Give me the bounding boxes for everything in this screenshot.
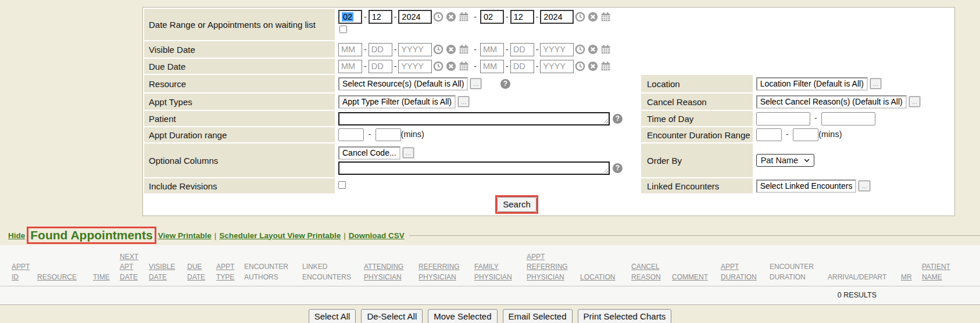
calendar-icon[interactable] — [459, 61, 469, 71]
scheduler-layout-view-printable-link[interactable]: Scheduler Layout View Printable — [219, 231, 341, 240]
column-header[interactable]: APPT ID — [12, 262, 37, 282]
appt-duration-to-input[interactable] — [375, 128, 401, 141]
calendar-icon[interactable] — [459, 12, 469, 22]
column-header[interactable]: NEXT APT DATE — [120, 252, 149, 282]
optional-columns-select[interactable]: Cancel Code... — [338, 146, 400, 160]
action-button[interactable]: Move Selected — [428, 309, 497, 323]
visible-from-day-input[interactable]: DD — [369, 43, 392, 56]
view-printable-link[interactable]: View Printable — [158, 231, 212, 240]
search-button[interactable]: Search — [497, 197, 537, 212]
clock-icon[interactable] — [575, 12, 585, 22]
calendar-icon[interactable] — [600, 44, 611, 55]
column-header[interactable]: REFERRING PHYSICIAN — [419, 262, 474, 282]
clock-icon[interactable] — [575, 61, 585, 71]
visible-to-day-input[interactable]: DD — [510, 43, 534, 56]
encounter-duration-from-input[interactable] — [756, 128, 782, 141]
date-to-day-input[interactable]: 12 — [510, 10, 534, 24]
column-header[interactable]: LOCATION — [580, 272, 631, 282]
encounter-duration-separator: - — [786, 130, 789, 139]
appt-types-label: Appt Types — [149, 97, 192, 107]
results-grid: APPT ID RESOURCE TIME NEXT APT DATE VISI… — [0, 245, 980, 305]
date-to-year-input[interactable]: 2024 — [540, 10, 574, 24]
help-icon[interactable]: ? — [500, 79, 510, 89]
appt-type-more-button[interactable]: ... — [458, 96, 469, 107]
column-header[interactable]: ATTENDING PHYSICIAN — [364, 262, 419, 282]
date-from-day-input[interactable]: 12 — [369, 10, 392, 24]
clear-icon[interactable] — [588, 44, 598, 55]
resource-filter-select[interactable]: Select Resource(s) (Default is All) — [338, 77, 468, 91]
due-from-month-input[interactable]: MM — [338, 60, 362, 73]
waiting-list-checkbox[interactable] — [339, 26, 347, 33]
linked-encounters-more-button[interactable]: ... — [859, 181, 870, 191]
optional-columns-more-button[interactable]: ... — [403, 148, 414, 158]
date-from-year-input[interactable]: 2024 — [398, 10, 432, 24]
clock-icon[interactable] — [433, 12, 443, 22]
time-of-day-from-input[interactable] — [756, 112, 810, 125]
time-of-day-to-input[interactable] — [821, 112, 875, 125]
visible-from-month-input[interactable]: MM — [338, 43, 362, 56]
location-more-button[interactable]: ... — [870, 78, 881, 89]
clear-icon[interactable] — [588, 61, 598, 71]
encounter-duration-to-input[interactable] — [793, 128, 818, 141]
calendar-icon[interactable] — [459, 44, 469, 55]
location-filter-select[interactable]: Location Filter (Default is All) — [756, 77, 868, 91]
column-header[interactable]: MR — [901, 272, 922, 282]
clear-icon[interactable] — [588, 12, 598, 22]
cancel-reason-label: Cancel Reason — [647, 97, 707, 107]
column-header[interactable]: APPT TYPE — [216, 262, 244, 282]
column-header[interactable]: COMMENT — [672, 272, 721, 282]
column-header[interactable]: FAMILY PHYSICIAN — [474, 262, 527, 282]
clock-icon[interactable] — [433, 61, 443, 71]
cancel-reason-more-button[interactable]: ... — [909, 96, 920, 107]
column-header[interactable]: RESOURCE — [37, 272, 93, 282]
action-button[interactable]: Print Selected Charts — [578, 309, 672, 323]
linked-encounters-select[interactable]: Select Linked Encounters — [756, 180, 857, 193]
date-from-month-input[interactable]: 02 — [338, 10, 362, 24]
date-part-separator: - — [536, 45, 539, 54]
visible-from-year-input[interactable]: YYYY — [398, 43, 432, 56]
help-icon[interactable]: ? — [613, 114, 623, 124]
include-revisions-checkbox[interactable] — [338, 181, 346, 189]
column-header[interactable]: TIME — [93, 272, 120, 282]
due-from-day-input[interactable]: DD — [369, 60, 392, 73]
calendar-icon[interactable] — [600, 12, 611, 22]
date-to-month-input[interactable]: 02 — [480, 10, 504, 24]
clock-icon[interactable] — [575, 44, 585, 55]
column-header[interactable]: VISIBLE DATE — [149, 262, 187, 282]
action-button[interactable]: De-Select All — [361, 309, 423, 323]
visible-to-year-input[interactable]: YYYY — [540, 43, 574, 56]
order-by-select[interactable]: Pat Name — [756, 154, 814, 167]
clear-icon[interactable] — [446, 12, 456, 22]
optional-columns-input[interactable] — [338, 162, 610, 175]
action-button[interactable]: Select All — [309, 309, 356, 323]
clear-icon[interactable] — [446, 44, 456, 55]
resource-more-button[interactable]: ... — [470, 78, 481, 89]
clock-icon[interactable] — [433, 44, 443, 55]
column-header[interactable]: PATIENT NAME — [922, 262, 957, 282]
calendar-icon[interactable] — [600, 61, 611, 71]
due-to-day-input[interactable]: DD — [510, 60, 534, 73]
annotation-box: Search — [495, 195, 538, 214]
help-icon[interactable]: ? — [613, 163, 623, 173]
date-range-inputs: 02 - 12 - 2024 - 02 - 12 - 2024 — [338, 10, 951, 24]
section-title: Found Appointments — [30, 228, 152, 242]
results-header-row: APPT ID RESOURCE TIME NEXT APT DATE VISI… — [0, 245, 980, 286]
action-button[interactable]: Email Selected — [503, 309, 573, 323]
appt-type-filter-select[interactable]: Appt Type Filter (Default is All) — [338, 95, 456, 109]
due-to-month-input[interactable]: MM — [480, 60, 504, 73]
cancel-reason-select[interactable]: Select Cancel Reason(s) (Default is All) — [756, 95, 907, 109]
download-csv-link[interactable]: Download CSV — [349, 231, 405, 240]
due-to-year-input[interactable]: YYYY — [540, 60, 574, 73]
column-header[interactable]: APPT REFERRING PHYSICIAN — [527, 252, 580, 282]
column-header[interactable]: APPT DURATION — [721, 262, 770, 282]
due-from-year-input[interactable]: YYYY — [398, 60, 432, 73]
clear-icon[interactable] — [446, 61, 456, 71]
appt-duration-from-input[interactable] — [338, 128, 364, 141]
patient-input[interactable] — [338, 112, 610, 125]
column-header[interactable]: DUE DATE — [187, 262, 216, 282]
date-part-separator: - — [536, 12, 539, 21]
column-header[interactable]: CANCEL REASON — [631, 262, 672, 282]
hide-link[interactable]: Hide — [8, 231, 25, 240]
visible-to-month-input[interactable]: MM — [480, 43, 504, 56]
link-separator: | — [214, 231, 217, 240]
